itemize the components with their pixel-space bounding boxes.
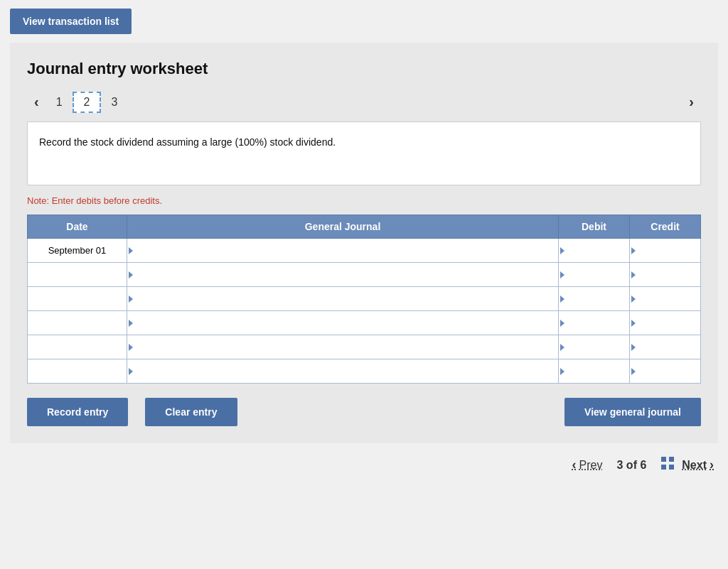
- credit-input[interactable]: [630, 335, 700, 359]
- view-transaction-button[interactable]: View transaction list: [10, 9, 132, 34]
- credit-input[interactable]: [630, 239, 700, 262]
- journal-table: Date General Journal Debit Credit Septem…: [27, 215, 701, 384]
- next-chevron-icon: ›: [710, 457, 714, 472]
- next-button[interactable]: Next ›: [682, 457, 714, 472]
- note-text: Note: Enter debits before credits.: [27, 195, 701, 206]
- journal-input[interactable]: [127, 335, 558, 359]
- date-cell: [28, 359, 127, 384]
- table-row: September 01: [28, 239, 701, 263]
- credit-input[interactable]: [630, 359, 700, 383]
- credit-cell[interactable]: [630, 335, 701, 359]
- debit-cell[interactable]: [559, 239, 630, 263]
- record-entry-button[interactable]: Record entry: [27, 398, 128, 426]
- svg-rect-0: [661, 457, 666, 462]
- journal-cell[interactable]: [127, 263, 559, 287]
- cell-indicator-icon: [129, 247, 133, 254]
- description-box: Record the stock dividend assuming a lar…: [27, 121, 701, 185]
- cell-indicator-icon: [560, 271, 564, 278]
- date-cell: [28, 287, 127, 311]
- col-header-journal: General Journal: [127, 215, 559, 239]
- cell-indicator-icon: [560, 320, 564, 327]
- journal-cell[interactable]: [127, 359, 559, 384]
- debit-cell[interactable]: [559, 263, 630, 287]
- cell-indicator-icon: [560, 344, 564, 351]
- debit-input[interactable]: [559, 239, 629, 262]
- cell-indicator-icon: [560, 368, 564, 375]
- prev-label: Prev: [579, 459, 603, 472]
- debit-input[interactable]: [559, 335, 629, 359]
- credit-cell[interactable]: [630, 263, 701, 287]
- cell-indicator-icon: [631, 344, 636, 351]
- journal-cell[interactable]: [127, 287, 559, 311]
- journal-cell[interactable]: [127, 335, 559, 359]
- col-header-date: Date: [28, 215, 127, 239]
- table-row: [28, 359, 701, 384]
- credit-input[interactable]: [630, 287, 700, 310]
- next-label: Next: [682, 459, 707, 472]
- credit-cell[interactable]: [630, 287, 701, 311]
- total-pages: 6: [640, 459, 646, 471]
- prev-page-arrow[interactable]: ‹: [27, 91, 46, 113]
- credit-input[interactable]: [630, 311, 700, 335]
- of-label: of: [626, 459, 641, 471]
- cell-indicator-icon: [631, 296, 636, 303]
- cell-indicator-icon: [129, 320, 133, 327]
- debit-input[interactable]: [559, 311, 629, 335]
- credit-cell[interactable]: [630, 359, 701, 384]
- journal-cell[interactable]: [127, 311, 559, 335]
- cell-indicator-icon: [129, 271, 133, 278]
- page-num-1[interactable]: 1: [46, 93, 73, 112]
- journal-input[interactable]: [127, 311, 558, 335]
- col-header-credit: Credit: [630, 215, 701, 239]
- cell-indicator-icon: [560, 247, 564, 254]
- debit-input[interactable]: [559, 263, 629, 286]
- cell-indicator-icon: [631, 368, 636, 375]
- journal-input[interactable]: [127, 359, 558, 383]
- cell-indicator-icon: [560, 296, 564, 303]
- col-header-debit: Debit: [559, 215, 630, 239]
- grid-icon[interactable]: [660, 456, 675, 474]
- svg-rect-2: [661, 465, 666, 470]
- page-info: 3 of 6: [617, 459, 647, 472]
- cell-indicator-icon: [631, 320, 636, 327]
- table-row: [28, 335, 701, 359]
- page-num-3[interactable]: 3: [101, 93, 127, 112]
- action-buttons: Record entry Clear entry View general jo…: [27, 398, 701, 426]
- prev-chevron-icon: ‹: [572, 457, 577, 472]
- journal-input[interactable]: [127, 263, 558, 286]
- current-page: 3: [617, 459, 623, 471]
- debit-cell[interactable]: [559, 359, 630, 384]
- credit-cell[interactable]: [630, 239, 701, 263]
- page-num-2[interactable]: 2: [73, 92, 102, 113]
- clear-entry-button[interactable]: Clear entry: [145, 398, 237, 426]
- next-page-arrow[interactable]: ›: [682, 91, 701, 113]
- svg-rect-3: [669, 465, 674, 470]
- cell-indicator-icon: [631, 271, 636, 278]
- worksheet-title: Journal entry worksheet: [27, 60, 701, 78]
- main-content: Journal entry worksheet ‹ 1 2 3 › Record…: [10, 43, 718, 443]
- debit-cell[interactable]: [559, 287, 630, 311]
- top-bar: View transaction list: [0, 0, 728, 43]
- date-cell: [28, 335, 127, 359]
- date-cell: September 01: [28, 239, 127, 263]
- debit-cell[interactable]: [559, 311, 630, 335]
- table-row: [28, 287, 701, 311]
- view-general-journal-button[interactable]: View general journal: [564, 398, 701, 426]
- journal-input[interactable]: [127, 287, 558, 310]
- date-cell: [28, 311, 127, 335]
- table-row: [28, 311, 701, 335]
- cell-indicator-icon: [129, 296, 133, 303]
- prev-button[interactable]: ‹ Prev: [572, 457, 603, 472]
- cell-indicator-icon: [129, 344, 133, 351]
- debit-cell[interactable]: [559, 335, 630, 359]
- journal-input[interactable]: [127, 239, 558, 262]
- credit-input[interactable]: [630, 263, 700, 286]
- page-navigation: ‹ 1 2 3 ›: [27, 91, 701, 113]
- cell-indicator-icon: [129, 368, 133, 375]
- cell-indicator-icon: [631, 247, 636, 254]
- date-cell: [28, 263, 127, 287]
- debit-input[interactable]: [559, 359, 629, 383]
- journal-cell[interactable]: [127, 239, 559, 263]
- debit-input[interactable]: [559, 287, 629, 310]
- credit-cell[interactable]: [630, 311, 701, 335]
